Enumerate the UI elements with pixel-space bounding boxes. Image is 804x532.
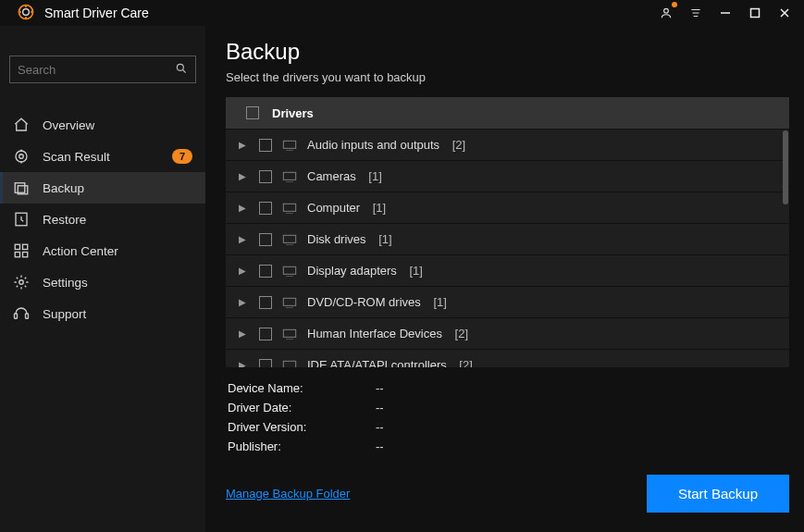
detail-row: Driver Version:-- [228,417,787,437]
driver-category-row[interactable]: ▶Display adapters [1] [226,254,789,286]
sidebar-item-support[interactable]: Support [0,298,205,329]
content: Backup Select the drivers you want to ba… [205,26,804,532]
expand-icon[interactable]: ▶ [239,328,250,339]
category-count: [1] [365,169,382,183]
category-name: Computer [307,201,360,215]
footer: Manage Backup Folder Start Backup [226,475,789,513]
page-subtitle: Select the drivers you want to backup [226,70,789,84]
expand-icon[interactable]: ▶ [239,140,250,150]
device-category-icon [281,265,298,278]
drivers-table: Drivers ▶Audio inputs and outputs [2]▶Ca… [226,97,789,367]
expand-icon[interactable]: ▶ [239,297,250,307]
svg-rect-24 [283,361,295,367]
close-button[interactable] [776,5,793,21]
expand-icon[interactable]: ▶ [239,171,250,181]
driver-category-row[interactable]: ▶Cameras [1] [226,160,789,192]
app-title: Smart Driver Care [44,6,149,20]
detail-row: Device Name:-- [228,378,787,398]
support-icon [13,305,30,322]
svg-point-4 [177,64,183,70]
sidebar-item-settings[interactable]: Settings [0,266,205,298]
app-logo-icon [17,3,35,24]
sidebar-item-label: Overview [43,118,94,132]
sidebar-item-overview[interactable]: Overview [0,109,205,141]
details-panel: Device Name:--Driver Date:--Driver Versi… [226,377,789,460]
expand-icon[interactable]: ▶ [239,203,250,213]
detail-label: Driver Version: [228,420,376,434]
search-input[interactable] [18,63,175,77]
driver-category-row[interactable]: ▶Human Interface Devices [2] [226,317,789,349]
sidebar: OverviewScan Result7BackupRestoreAction … [0,26,205,532]
svg-rect-20 [283,235,295,242]
device-category-icon [281,170,298,183]
detail-value: -- [376,420,384,434]
detail-label: Publisher: [228,439,376,453]
category-checkbox[interactable] [259,296,272,309]
category-checkbox[interactable] [259,139,272,152]
device-category-icon [281,359,298,368]
detail-label: Driver Date: [228,401,376,414]
category-name: Human Interface Devices [307,327,442,340]
drivers-header-label: Drivers [272,106,314,120]
driver-category-row[interactable]: ▶Audio inputs and outputs [2] [226,129,789,160]
scrollbar-thumb[interactable] [783,130,788,204]
category-checkbox[interactable] [259,202,272,215]
sidebar-item-restore[interactable]: Restore [0,204,205,235]
svg-point-6 [19,155,24,159]
restore-icon [13,211,30,228]
expand-icon[interactable]: ▶ [239,266,250,276]
sidebar-item-label: Restore [43,213,86,227]
driver-category-row[interactable]: ▶IDE ATA/ATAPI controllers [2] [226,349,789,367]
sidebar-item-label: Settings [43,276,88,290]
sidebar-item-action-center[interactable]: Action Center [0,235,205,266]
svg-point-14 [19,280,24,285]
menu-icon[interactable] [687,5,704,21]
sidebar-item-label: Backup [43,181,84,195]
svg-rect-10 [15,244,19,249]
svg-rect-7 [15,183,25,193]
minimize-button[interactable] [717,5,734,21]
detail-row: Driver Date:-- [228,398,787,417]
svg-rect-11 [23,244,28,249]
device-category-icon [281,233,298,246]
svg-point-2 [664,8,669,13]
expand-icon[interactable]: ▶ [239,360,250,367]
search-icon [175,62,188,78]
category-checkbox[interactable] [259,359,272,368]
category-count: [2] [456,358,473,367]
sidebar-item-scan-result[interactable]: Scan Result7 [0,141,205,172]
nav-list: OverviewScan Result7BackupRestoreAction … [0,109,205,329]
svg-rect-18 [283,172,295,179]
window-controls [658,5,797,21]
device-category-icon [281,296,298,309]
category-checkbox[interactable] [259,328,272,340]
svg-point-5 [16,151,27,162]
category-checkbox[interactable] [259,233,272,246]
drivers-table-header: Drivers [226,97,789,129]
manage-backup-folder-link[interactable]: Manage Backup Folder [226,487,350,501]
sidebar-item-backup[interactable]: Backup [0,172,205,204]
svg-rect-16 [26,314,29,318]
category-name: DVD/CD-ROM drives [307,295,421,309]
account-icon[interactable] [658,5,674,21]
start-backup-button[interactable]: Start Backup [647,475,789,513]
svg-rect-23 [283,329,295,337]
svg-rect-13 [23,253,28,257]
expand-icon[interactable]: ▶ [239,234,250,244]
device-category-icon [281,328,298,340]
svg-rect-17 [283,141,295,148]
category-checkbox[interactable] [259,265,272,278]
driver-category-row[interactable]: ▶Disk drives [1] [226,223,789,254]
driver-category-row[interactable]: ▶DVD/CD-ROM drives [1] [226,286,789,317]
category-count: [2] [451,327,468,340]
device-category-icon [281,139,298,152]
maximize-button[interactable] [747,5,763,21]
search-box[interactable] [9,56,196,83]
svg-rect-12 [15,253,19,257]
category-checkbox[interactable] [259,170,272,183]
sidebar-item-label: Scan Result [43,150,110,164]
scrollbar[interactable] [783,130,788,365]
select-all-checkbox[interactable] [246,106,259,119]
settings-icon [13,274,30,291]
driver-category-row[interactable]: ▶Computer [1] [226,192,789,223]
